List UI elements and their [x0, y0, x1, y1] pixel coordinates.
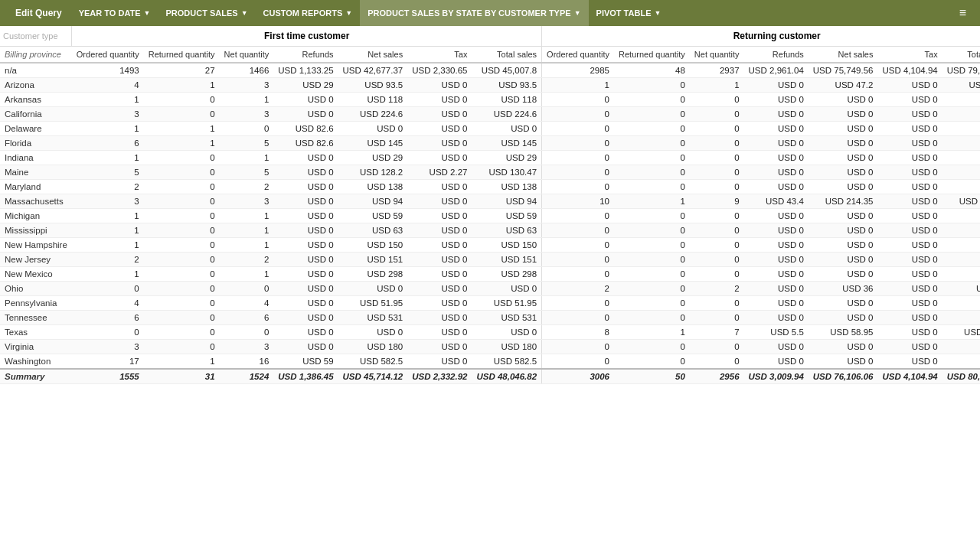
rc-cell: 0 [542, 238, 614, 253]
ftc-cell: 0 [144, 325, 220, 340]
ftc-cell: 4 [72, 296, 144, 311]
ftc-cell: 4 [72, 78, 144, 93]
rc-cell: 0 [690, 354, 744, 370]
ftc-cell: 3 [220, 107, 274, 122]
ftc-cell: USD 93.5 [338, 78, 408, 93]
rc-cell: 0 [542, 93, 614, 107]
ftc-cell: USD 94 [338, 194, 408, 209]
rc-cell: 0 [614, 340, 690, 354]
state-cell: Virginia [0, 340, 72, 354]
rc-cell: 0 [542, 151, 614, 165]
nav-product-sales-state[interactable]: PRODUCT SALES BY STATE BY CUSTOMER TYPE … [360, 0, 588, 26]
ftc-cell: USD 118 [472, 93, 541, 107]
summary-rc-cell: USD 3,009.94 [744, 369, 808, 384]
ftc-cell: 0 [220, 325, 274, 340]
ftc-cell: USD 0 [407, 253, 472, 267]
navbar: Edit Query YEAR TO DATE ▼ PRODUCT SALES … [0, 0, 980, 26]
ftc-cell: USD 0 [273, 311, 338, 325]
rc-cell: USD 0 [942, 107, 980, 122]
nav-custom-reports[interactable]: CUSTOM REPORTS ▼ [256, 0, 361, 26]
rc-cell: USD 0 [942, 136, 980, 151]
rc-cell: USD 0 [808, 93, 878, 107]
ftc-cell: USD 63 [472, 223, 541, 238]
ftc-cell: USD 0 [273, 209, 338, 223]
table-row: n/a1493271466USD 1,133.25USD 42,677.37US… [0, 63, 980, 78]
ftc-cell: 1 [220, 223, 274, 238]
state-cell: Tennessee [0, 311, 72, 325]
rc-cell: 0 [542, 180, 614, 194]
rc-cell: 0 [542, 267, 614, 282]
rc-cell: USD 0 [877, 78, 942, 93]
ftc-cell: USD 0 [407, 354, 472, 370]
rc-cell: USD 0 [942, 238, 980, 253]
rc-cell: USD 0 [877, 209, 942, 223]
rc-cell: USD 0 [808, 267, 878, 282]
rc-cell: 0 [614, 180, 690, 194]
nav-product-sales[interactable]: PRODUCT SALES ▼ [158, 0, 256, 26]
rc-cell: 1 [614, 194, 690, 209]
rc-cell: USD 79,853.99 [942, 63, 980, 78]
ftc-cell: 1 [72, 267, 144, 282]
rc-cell: USD 0 [808, 165, 878, 180]
ftc-cell: USD 531 [338, 311, 408, 325]
ftc-cell: USD 582.5 [472, 354, 541, 370]
rc-cell: 0 [614, 253, 690, 267]
state-cell: Ohio [0, 282, 72, 296]
ftc-cell: USD 29 [338, 151, 408, 165]
rc-cell: 0 [614, 93, 690, 107]
rc-cell: USD 214.35 [942, 194, 980, 209]
rc-cell: 0 [690, 180, 744, 194]
state-cell: Delaware [0, 122, 72, 136]
ftc-cell: 1 [220, 93, 274, 107]
rc-cell: USD 0 [942, 93, 980, 107]
rc-cell: USD 0 [942, 165, 980, 180]
rc-cell: USD 0 [744, 340, 808, 354]
ftc-cell: 0 [144, 282, 220, 296]
ftc-cell: USD 145 [338, 136, 408, 151]
ftc-cell: USD 0 [407, 340, 472, 354]
ftc-cell: USD 94 [472, 194, 541, 209]
ftc-cell: 1 [220, 238, 274, 253]
rc-cell: 0 [690, 340, 744, 354]
rc-cell: USD 43.4 [744, 194, 808, 209]
rc-cell: USD 0 [808, 136, 878, 151]
rc-cell: USD 0 [877, 151, 942, 165]
ftc-cell: USD 0 [273, 296, 338, 311]
rc-cell: USD 0 [942, 311, 980, 325]
ftc-cell: USD 29 [472, 151, 541, 165]
state-cell: Michigan [0, 209, 72, 223]
state-cell: Pennsylvania [0, 296, 72, 311]
table-row: Maine505USD 0USD 128.2USD 2.27USD 130.47… [0, 165, 980, 180]
ftc-cell: 0 [220, 122, 274, 136]
rc-cell: USD 0 [942, 223, 980, 238]
ftc-cell: 1 [72, 151, 144, 165]
ftc-cell: USD 0 [407, 296, 472, 311]
hamburger-menu-icon[interactable]: ≡ [952, 6, 974, 20]
rc-cell: USD 47.2 [942, 78, 980, 93]
rc-cell: 0 [690, 165, 744, 180]
rc-cell: USD 0 [942, 180, 980, 194]
ftc-cell: 0 [144, 180, 220, 194]
ftc-cell: USD 0 [273, 223, 338, 238]
summary-rc-cell: 2956 [690, 369, 744, 384]
rc-cell: USD 0 [877, 136, 942, 151]
rc-cell: 9 [690, 194, 744, 209]
rc-cell: 0 [542, 209, 614, 223]
ftc-refunds-col: Refunds [273, 47, 338, 64]
ftc-cell: 0 [144, 151, 220, 165]
ftc-cell: USD 82.6 [273, 136, 338, 151]
rc-cell: 0 [614, 311, 690, 325]
edit-query-button[interactable]: Edit Query [6, 8, 71, 18]
nav-year-to-date[interactable]: YEAR TO DATE ▼ [71, 0, 158, 26]
ftc-cell: 6 [72, 311, 144, 325]
ftc-cell: USD 0 [407, 267, 472, 282]
ftc-cell: USD 2,330.65 [407, 63, 472, 78]
ftc-cell: USD 0 [273, 267, 338, 282]
rc-cell: USD 0 [744, 354, 808, 370]
state-cell: Maine [0, 165, 72, 180]
ftc-cell: 0 [144, 107, 220, 122]
rc-cell: USD 0 [744, 223, 808, 238]
nav-pivot-table[interactable]: PIVOT TABLE ▼ [589, 0, 669, 26]
rc-cell: USD 0 [877, 107, 942, 122]
ftc-cell: USD 0 [273, 194, 338, 209]
